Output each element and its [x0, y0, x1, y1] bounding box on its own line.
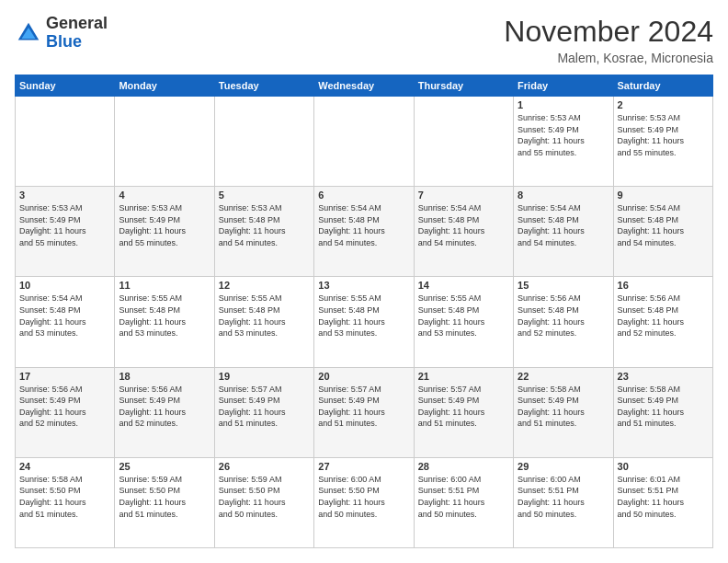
day-number: 15	[518, 280, 609, 291]
header-monday: Monday	[115, 75, 214, 97]
logo-text: General Blue	[46, 15, 108, 52]
table-row: 6Sunrise: 5:54 AMSunset: 5:48 PMDaylight…	[314, 187, 414, 277]
day-info: Sunrise: 5:55 AMSunset: 5:48 PMDaylight:…	[318, 293, 409, 339]
day-info: Sunrise: 5:55 AMSunset: 5:48 PMDaylight:…	[219, 293, 310, 339]
day-number: 11	[119, 280, 210, 291]
table-row	[16, 97, 115, 187]
table-row: 9Sunrise: 5:54 AMSunset: 5:48 PMDaylight…	[613, 187, 712, 277]
day-number: 27	[318, 461, 409, 472]
day-number: 20	[318, 371, 409, 382]
day-number: 9	[618, 190, 709, 201]
day-number: 22	[518, 371, 609, 382]
table-row: 30Sunrise: 6:01 AMSunset: 5:51 PMDayligh…	[613, 457, 712, 547]
day-info: Sunrise: 5:54 AMSunset: 5:48 PMDaylight:…	[518, 202, 609, 248]
calendar-week-3: 10Sunrise: 5:54 AMSunset: 5:48 PMDayligh…	[16, 277, 713, 367]
day-number: 23	[618, 371, 709, 382]
day-number: 18	[119, 371, 210, 382]
table-row: 3Sunrise: 5:53 AMSunset: 5:49 PMDaylight…	[16, 187, 115, 277]
day-number: 8	[518, 190, 609, 201]
calendar-week-1: 1Sunrise: 5:53 AMSunset: 5:49 PMDaylight…	[16, 97, 713, 187]
day-info: Sunrise: 5:58 AMSunset: 5:50 PMDaylight:…	[19, 474, 110, 520]
day-number: 1	[518, 99, 609, 110]
day-info: Sunrise: 6:00 AMSunset: 5:51 PMDaylight:…	[518, 474, 609, 520]
day-number: 26	[219, 461, 310, 472]
logo-blue: Blue	[46, 33, 108, 52]
day-number: 21	[418, 371, 509, 382]
day-info: Sunrise: 5:53 AMSunset: 5:49 PMDaylight:…	[618, 112, 709, 158]
day-number: 7	[418, 190, 509, 201]
table-row: 21Sunrise: 5:57 AMSunset: 5:49 PMDayligh…	[414, 367, 513, 457]
day-info: Sunrise: 5:57 AMSunset: 5:49 PMDaylight:…	[219, 384, 310, 430]
table-row: 19Sunrise: 5:57 AMSunset: 5:49 PMDayligh…	[214, 367, 313, 457]
day-info: Sunrise: 6:00 AMSunset: 5:50 PMDaylight:…	[318, 474, 409, 520]
table-row: 16Sunrise: 5:56 AMSunset: 5:48 PMDayligh…	[613, 277, 712, 367]
day-info: Sunrise: 5:54 AMSunset: 5:48 PMDaylight:…	[618, 202, 709, 248]
table-row: 1Sunrise: 5:53 AMSunset: 5:49 PMDaylight…	[514, 97, 613, 187]
day-info: Sunrise: 5:56 AMSunset: 5:49 PMDaylight:…	[119, 384, 210, 430]
logo-icon	[15, 19, 42, 47]
day-info: Sunrise: 5:54 AMSunset: 5:48 PMDaylight:…	[318, 202, 409, 248]
day-number: 5	[219, 190, 310, 201]
table-row	[115, 97, 214, 187]
page: General Blue November 2024 Malem, Kosrae…	[0, 0, 728, 563]
day-info: Sunrise: 5:56 AMSunset: 5:48 PMDaylight:…	[518, 293, 609, 339]
day-number: 3	[19, 190, 110, 201]
day-info: Sunrise: 5:58 AMSunset: 5:49 PMDaylight:…	[618, 384, 709, 430]
table-row	[314, 97, 414, 187]
table-row: 26Sunrise: 5:59 AMSunset: 5:50 PMDayligh…	[214, 457, 313, 547]
table-row: 27Sunrise: 6:00 AMSunset: 5:50 PMDayligh…	[314, 457, 414, 547]
header: General Blue November 2024 Malem, Kosrae…	[15, 15, 713, 65]
table-row: 20Sunrise: 5:57 AMSunset: 5:49 PMDayligh…	[314, 367, 414, 457]
day-number: 25	[119, 461, 210, 472]
month-title: November 2024	[504, 15, 713, 49]
calendar-week-5: 24Sunrise: 5:58 AMSunset: 5:50 PMDayligh…	[16, 457, 713, 547]
day-number: 30	[618, 461, 709, 472]
table-row: 29Sunrise: 6:00 AMSunset: 5:51 PMDayligh…	[514, 457, 613, 547]
header-friday: Friday	[514, 75, 613, 97]
day-info: Sunrise: 5:55 AMSunset: 5:48 PMDaylight:…	[418, 293, 509, 339]
table-row	[414, 97, 513, 187]
table-row: 23Sunrise: 5:58 AMSunset: 5:49 PMDayligh…	[613, 367, 712, 457]
title-area: November 2024 Malem, Kosrae, Micronesia	[504, 15, 713, 65]
table-row: 5Sunrise: 5:53 AMSunset: 5:48 PMDaylight…	[214, 187, 313, 277]
header-wednesday: Wednesday	[314, 75, 414, 97]
table-row: 2Sunrise: 5:53 AMSunset: 5:49 PMDaylight…	[613, 97, 712, 187]
table-row: 15Sunrise: 5:56 AMSunset: 5:48 PMDayligh…	[514, 277, 613, 367]
table-row: 13Sunrise: 5:55 AMSunset: 5:48 PMDayligh…	[314, 277, 414, 367]
table-row: 18Sunrise: 5:56 AMSunset: 5:49 PMDayligh…	[115, 367, 214, 457]
calendar-week-4: 17Sunrise: 5:56 AMSunset: 5:49 PMDayligh…	[16, 367, 713, 457]
calendar-header-row: Sunday Monday Tuesday Wednesday Thursday…	[16, 75, 713, 97]
day-info: Sunrise: 5:57 AMSunset: 5:49 PMDaylight:…	[418, 384, 509, 430]
calendar-week-2: 3Sunrise: 5:53 AMSunset: 5:49 PMDaylight…	[16, 187, 713, 277]
header-saturday: Saturday	[613, 75, 712, 97]
table-row: 25Sunrise: 5:59 AMSunset: 5:50 PMDayligh…	[115, 457, 214, 547]
header-sunday: Sunday	[16, 75, 115, 97]
day-info: Sunrise: 5:54 AMSunset: 5:48 PMDaylight:…	[19, 293, 110, 339]
table-row: 28Sunrise: 6:00 AMSunset: 5:51 PMDayligh…	[414, 457, 513, 547]
day-number: 12	[219, 280, 310, 291]
day-number: 6	[318, 190, 409, 201]
day-info: Sunrise: 6:00 AMSunset: 5:51 PMDaylight:…	[418, 474, 509, 520]
logo-general: General	[46, 15, 108, 33]
day-info: Sunrise: 5:57 AMSunset: 5:49 PMDaylight:…	[318, 384, 409, 430]
day-number: 29	[518, 461, 609, 472]
day-number: 10	[19, 280, 110, 291]
day-info: Sunrise: 5:59 AMSunset: 5:50 PMDaylight:…	[119, 474, 210, 520]
day-info: Sunrise: 5:53 AMSunset: 5:49 PMDaylight:…	[119, 202, 210, 248]
day-number: 28	[418, 461, 509, 472]
table-row: 24Sunrise: 5:58 AMSunset: 5:50 PMDayligh…	[16, 457, 115, 547]
header-thursday: Thursday	[414, 75, 513, 97]
calendar-table: Sunday Monday Tuesday Wednesday Thursday…	[15, 75, 713, 548]
table-row: 11Sunrise: 5:55 AMSunset: 5:48 PMDayligh…	[115, 277, 214, 367]
day-info: Sunrise: 5:53 AMSunset: 5:48 PMDaylight:…	[219, 202, 310, 248]
day-info: Sunrise: 6:01 AMSunset: 5:51 PMDaylight:…	[618, 474, 709, 520]
day-number: 17	[19, 371, 110, 382]
table-row	[214, 97, 313, 187]
day-number: 19	[219, 371, 310, 382]
day-number: 14	[418, 280, 509, 291]
table-row: 4Sunrise: 5:53 AMSunset: 5:49 PMDaylight…	[115, 187, 214, 277]
day-number: 4	[119, 190, 210, 201]
table-row: 12Sunrise: 5:55 AMSunset: 5:48 PMDayligh…	[214, 277, 313, 367]
day-number: 2	[618, 99, 709, 110]
table-row: 22Sunrise: 5:58 AMSunset: 5:49 PMDayligh…	[514, 367, 613, 457]
